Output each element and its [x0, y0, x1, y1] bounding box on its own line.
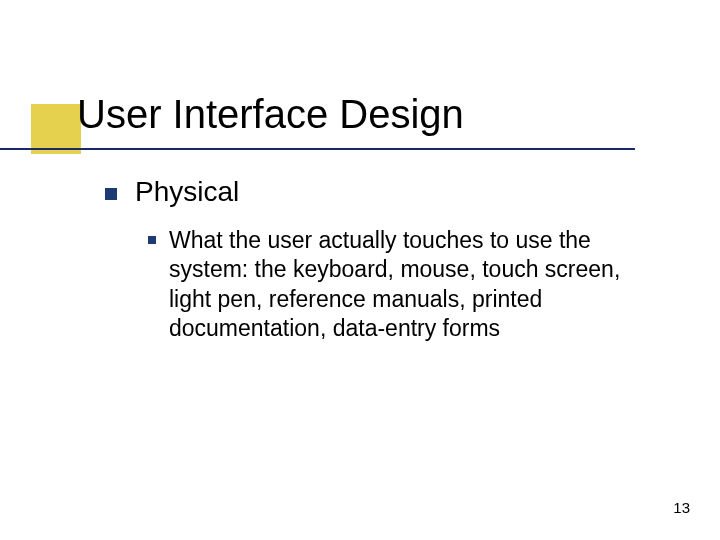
- title-accent-block: [31, 104, 81, 154]
- square-bullet-icon: [105, 188, 117, 200]
- bullet-level-1-text: Physical: [135, 176, 239, 208]
- bullet-level-2: What the user actually touches to use th…: [148, 226, 658, 344]
- bullet-level-2-text: What the user actually touches to use th…: [169, 226, 658, 344]
- page-number: 13: [673, 499, 690, 516]
- square-bullet-icon: [148, 236, 156, 244]
- title-underline: [0, 148, 635, 150]
- bullet-level-1: Physical: [105, 176, 239, 208]
- slide-title: User Interface Design: [77, 92, 464, 137]
